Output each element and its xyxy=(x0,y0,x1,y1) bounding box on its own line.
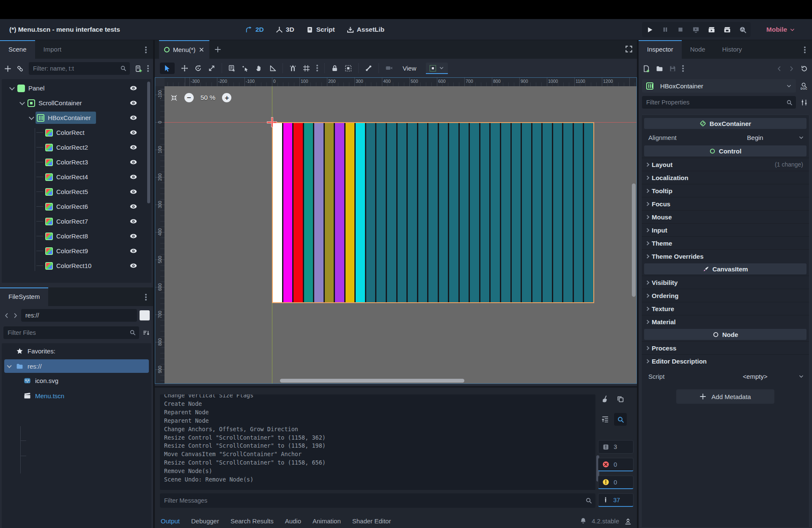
workspace-assetlib-button[interactable]: AssetLib xyxy=(347,26,384,33)
visibility-eye-button[interactable] xyxy=(127,144,140,151)
scrollbar-thumb[interactable] xyxy=(147,82,150,203)
visibility-eye-button[interactable] xyxy=(127,173,140,181)
visibility-eye-button[interactable] xyxy=(127,218,140,225)
visibility-eye-button[interactable] xyxy=(127,233,140,240)
expand-toggle-icon[interactable] xyxy=(36,202,44,211)
inspector-section[interactable]: Editor Description xyxy=(642,354,809,367)
scene-tree-row[interactable]: ColorRect4 xyxy=(2,170,151,184)
expand-bottom-panel-button[interactable] xyxy=(624,517,632,525)
smart-snap-button[interactable] xyxy=(289,65,296,72)
property-value[interactable]: Begin xyxy=(715,134,796,141)
filter-files-input[interactable] xyxy=(3,326,139,339)
visibility-eye-button[interactable] xyxy=(127,85,140,92)
scene-filter-input[interactable] xyxy=(29,62,130,75)
property-filter-options-button[interactable] xyxy=(798,96,810,109)
warnings-counter[interactable]: 0 xyxy=(598,476,634,489)
expand-toggle-icon[interactable] xyxy=(36,188,44,196)
toggle-split-mode-button[interactable] xyxy=(140,310,150,320)
tab-scene[interactable]: Scene xyxy=(0,40,35,59)
inspector-section[interactable]: Input xyxy=(642,223,809,236)
visibility-eye-button[interactable] xyxy=(127,114,140,121)
expand-toggle-icon[interactable] xyxy=(36,247,44,255)
history-forward-button[interactable] xyxy=(12,312,19,319)
center-view-button[interactable] xyxy=(170,94,178,102)
visibility-eye-button[interactable] xyxy=(127,247,140,254)
zoom-level[interactable]: 50 % xyxy=(200,94,215,101)
new-scene-tab-button[interactable] xyxy=(209,40,226,59)
scene-tree-row[interactable]: Panel xyxy=(2,81,151,96)
workspace-2d-button[interactable]: 2D xyxy=(245,26,264,33)
current-path-field[interactable] xyxy=(21,309,137,322)
favorites-row[interactable]: Favorites: xyxy=(2,343,151,358)
expand-toggle-icon[interactable] xyxy=(27,114,36,122)
property-value[interactable]: <empty> xyxy=(715,373,796,380)
save-resource-button[interactable] xyxy=(669,65,676,72)
scene-tree-row[interactable]: ColorRect6 xyxy=(2,199,151,214)
visibility-eye-button[interactable] xyxy=(127,262,140,269)
scrollbar-thumb[interactable] xyxy=(632,183,636,297)
expand-toggle-icon[interactable] xyxy=(18,99,26,107)
scene-tree-scrollbar[interactable] xyxy=(147,82,150,280)
scene-tree-row[interactable]: ColorRect2 xyxy=(2,140,151,155)
inspector-section[interactable]: Tooltip xyxy=(642,184,809,197)
distraction-free-button[interactable] xyxy=(625,45,633,53)
workspace-script-button[interactable]: Script xyxy=(306,26,335,33)
expand-toggle-icon[interactable] xyxy=(36,217,44,226)
grid-snap-button[interactable] xyxy=(303,65,310,72)
lock-node-button[interactable] xyxy=(331,65,338,72)
inspector-section[interactable]: Ordering xyxy=(642,289,809,302)
chevron-down-icon[interactable] xyxy=(798,135,804,140)
expand-toggle-icon[interactable] xyxy=(36,129,44,137)
horizontal-scrollbar[interactable] xyxy=(165,379,631,383)
expand-toggle-icon[interactable] xyxy=(36,262,44,270)
attach-script-button[interactable] xyxy=(135,65,142,72)
zoom-out-button[interactable]: − xyxy=(184,93,194,102)
scale-tool-button[interactable] xyxy=(208,65,215,72)
object-history-button[interactable] xyxy=(801,65,808,72)
tab-import[interactable]: Import xyxy=(35,40,70,59)
play-scene-button[interactable] xyxy=(708,26,715,33)
bottom-panel-tab[interactable]: Animation xyxy=(313,517,341,525)
skeleton-options-button[interactable] xyxy=(365,65,372,72)
show-search-button[interactable] xyxy=(614,413,627,426)
view-menu-button[interactable]: View xyxy=(399,65,420,72)
collapse-messages-button[interactable] xyxy=(600,414,611,425)
resource-options-button[interactable] xyxy=(682,68,684,69)
expand-toggle-icon[interactable] xyxy=(8,84,16,93)
visibility-eye-button[interactable] xyxy=(127,99,140,107)
2d-viewport[interactable]: -300-200-1000100200300400500600700800900… xyxy=(155,77,637,384)
edits-counter[interactable]: 37 xyxy=(598,493,634,507)
remote-debug-button[interactable] xyxy=(692,26,700,33)
edited-object-selector[interactable]: HBoxContainer xyxy=(642,79,796,93)
group-node-button[interactable] xyxy=(345,65,352,72)
new-resource-button[interactable] xyxy=(643,65,650,72)
copy-output-button[interactable] xyxy=(615,394,626,405)
clear-output-button[interactable] xyxy=(600,394,611,405)
select-tool-button[interactable] xyxy=(160,63,175,74)
add-node-button[interactable] xyxy=(4,65,11,72)
visibility-eye-button[interactable] xyxy=(127,129,140,136)
preview-camera-button[interactable] xyxy=(385,64,393,72)
scrollbar-thumb[interactable] xyxy=(280,379,464,383)
scene-tab-menu[interactable]: Menu(*) xyxy=(159,40,209,59)
instance-scene-button[interactable] xyxy=(16,65,24,72)
tab-inspector[interactable]: Inspector xyxy=(639,40,682,59)
filter-properties-input[interactable] xyxy=(642,96,796,109)
stop-button[interactable] xyxy=(677,26,684,33)
inspector-section[interactable]: Visibility xyxy=(642,276,809,289)
move-tool-button[interactable] xyxy=(181,65,188,72)
scene-tree-row[interactable]: ScrollContainer xyxy=(2,96,151,110)
filesystem-menu-button[interactable] xyxy=(142,293,150,301)
bottom-panel-tab[interactable]: Search Results xyxy=(230,517,274,525)
expand-toggle-icon[interactable] xyxy=(36,173,44,181)
chevron-down-icon[interactable] xyxy=(798,374,804,379)
inspector-section[interactable]: Localization xyxy=(642,171,809,184)
inspector-section[interactable]: Material xyxy=(642,315,809,328)
workspace-3d-button[interactable]: 3D xyxy=(276,26,294,33)
bottom-panel-tab[interactable]: Shader Editor xyxy=(352,517,391,525)
pan-tool-button[interactable] xyxy=(255,65,263,72)
pivot-tool-button[interactable] xyxy=(242,65,249,72)
scene-tree-row[interactable]: ColorRect5 xyxy=(2,184,151,199)
play-button[interactable] xyxy=(646,26,653,33)
scene-tree-row[interactable]: ColorRect9 xyxy=(2,243,151,258)
